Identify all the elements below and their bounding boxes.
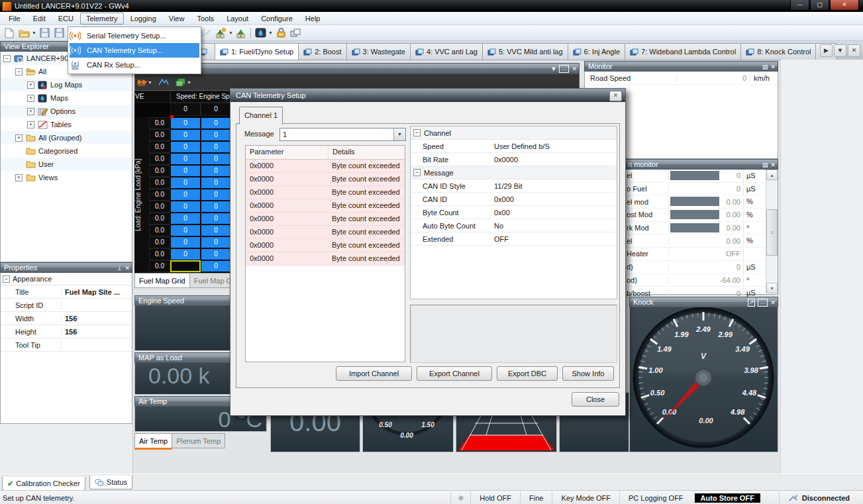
properties-group-appearance[interactable]: −Appearance [1,273,132,285]
fuel-cell[interactable]: 0 [170,189,201,201]
maximize-button[interactable]: ▢ [810,0,829,11]
tree-item-all-grouped-[interactable]: +All (Grouped) [1,131,132,144]
scroll-down-icon[interactable]: ▼ [766,283,778,293]
fuel-cell[interactable]: 0 [201,129,231,141]
fuel-cell[interactable]: 0 [201,236,231,248]
property-value[interactable]: 156 [62,315,132,323]
tab-calibration-checker[interactable]: ✔Calibration Checker [2,477,85,491]
print-icon[interactable]: ▤ [762,63,768,71]
fuel-cell[interactable]: 0 [170,129,201,141]
fuel-cell[interactable]: 0 [201,165,231,177]
menu-edit[interactable]: Edit [27,13,52,25]
layout-tab[interactable]: 1: Fuel/Dyno Setup [215,43,299,60]
tree-expander-icon[interactable]: + [27,121,34,128]
tree-item-categorised[interactable]: Categorised [1,144,132,158]
new-file-icon[interactable] [3,27,16,39]
axis-icon[interactable] [158,78,169,86]
close-button[interactable]: ✕ [830,0,859,11]
fuel-cell[interactable]: 0 [170,248,201,260]
layout-tab[interactable]: 3: Wastegate [346,43,411,60]
fuel-cell[interactable]: 0 [201,260,231,272]
dialog-close-icon[interactable]: ✕ [609,91,622,101]
tab-close-icon[interactable]: ✕ [848,44,860,57]
close-panel-icon[interactable]: ✕ [770,161,776,169]
fuel-cell[interactable]: 0 [201,153,231,165]
property-row-can-id[interactable]: CAN ID0x000 [411,193,617,206]
menu-configure[interactable]: Configure [255,13,299,25]
window-titlebar[interactable]: Untitled LANCER+9.01V22 - GWv4 — ▢ ✕ [0,0,863,12]
menu-layout[interactable]: Layout [221,13,254,25]
layers-icon[interactable] [176,78,186,87]
col-header-details[interactable]: Details [329,146,355,159]
close-panel-icon[interactable]: ✕ [125,264,130,272]
property-row-extended[interactable]: ExtendedOFF [411,232,617,246]
combo-dropdown-icon[interactable]: ▼ [393,128,405,140]
property-row-byte-count[interactable]: Byte Count0x00 [411,206,617,219]
fuel-cell[interactable]: 0 [201,225,231,236]
open-file-icon[interactable] [17,27,30,39]
menu-logging[interactable]: Logging [125,13,162,25]
fuel-cell[interactable]: 0 [170,141,201,153]
fuel-cell[interactable]: 0 [170,177,201,189]
tree-item-log-maps[interactable]: +Log Maps [1,78,132,91]
menu-item-can-rx-setup-[interactable]: RXCAN Rx Setup... [70,58,199,72]
popout-icon[interactable]: ↗ [748,299,756,307]
button-export-dbc[interactable]: Export DBC [497,366,558,381]
tree-item-options[interactable]: +Options [1,105,132,118]
cal-upload-icon[interactable]: CAL [234,27,248,39]
group-expander-icon[interactable]: − [3,276,10,283]
property-row-auto-byte-count[interactable]: Auto Byte CountNo [411,219,617,232]
fuel-cell[interactable]: 0 [201,177,231,189]
message-combobox[interactable]: 1 ▼ [279,128,406,141]
fuel-cell[interactable]: 0 [170,225,201,236]
toolbar-dropdown-icon[interactable]: ▼ [31,30,37,35]
close-window-icon[interactable]: ✕ [572,65,577,73]
minimize-button[interactable]: — [790,0,809,11]
save-icon[interactable] [38,27,51,39]
dropdown-icon[interactable]: ▼ [551,65,557,73]
layout-tab[interactable]: 8: Knock Control [740,43,816,60]
menu-item-can-telemetry-setup-[interactable]: CAN Telemetry Setup... [70,43,199,58]
layout-tab[interactable]: 6: Inj Angle [568,43,625,60]
fuel-cell[interactable]: 0 [170,165,201,177]
fuel-cell[interactable] [170,260,201,272]
layout-tab[interactable]: 5: VVC Mild anti lag [482,43,568,60]
tree-item-tables[interactable]: +Tables [1,118,132,131]
close-dialog-button[interactable]: Close [572,392,619,407]
scroll-up-icon[interactable]: ▲ [766,170,778,180]
property-value[interactable]: Fuel Map Site ... [62,288,132,296]
fuel-cell[interactable]: 0 [170,153,201,165]
menu-telemetry[interactable]: Telemetry [80,13,124,25]
monitor-view-icon[interactable] [254,27,267,39]
fuel-cell[interactable]: 0 [201,141,231,153]
table-row[interactable]: 0x0000Byte count exceeded [246,199,405,213]
property-group-message[interactable]: −Message [411,166,617,179]
tab-fuel-map-grid[interactable]: Fuel Map Grid [134,273,190,288]
property-row-bit-rate[interactable]: Bit Rate0x0000 [411,153,617,166]
tab-channel-1[interactable]: Channel 1 [239,107,283,125]
tree-expander-icon[interactable]: + [27,95,34,102]
fuel-cell[interactable]: 0 [201,189,231,201]
connect-alt-icon[interactable] [199,27,213,39]
button-show-info[interactable]: Show Info [562,366,614,381]
print-icon[interactable]: ▤ [762,161,768,169]
table-row[interactable]: 0x0000Byte count exceeded [246,213,405,226]
col-header-parameter[interactable]: Parameter [246,146,329,159]
button-export-channel[interactable]: Export Channel [417,366,492,381]
menu-ecu[interactable]: ECU [52,13,79,25]
tree-item-views[interactable]: +Views [1,171,132,184]
fuel-cell[interactable]: 0 [170,236,201,248]
cal-upload-star-icon[interactable]: CAL [214,27,227,39]
options-dots-icon[interactable]: … [758,299,768,307]
tracking-off-icon[interactable]: ▶▶OFF [138,78,147,87]
tree-expander-icon[interactable]: + [27,108,34,115]
table-row[interactable]: 0x0000Byte count exceeded [246,226,405,239]
tracking-dropdown-icon[interactable]: ▼ [147,80,153,85]
fuel-cell[interactable]: 0 [170,201,201,213]
tab-status[interactable]: Status [89,476,132,489]
fuel-cell[interactable]: 0 [201,248,231,260]
map-as-load-header[interactable]: MAP as Load [134,352,234,363]
dialog-titlebar[interactable]: CAN Telemetry Setup [230,89,625,102]
fuel-cell[interactable]: 0 [170,117,201,129]
tree-expander-icon[interactable]: + [15,134,23,142]
